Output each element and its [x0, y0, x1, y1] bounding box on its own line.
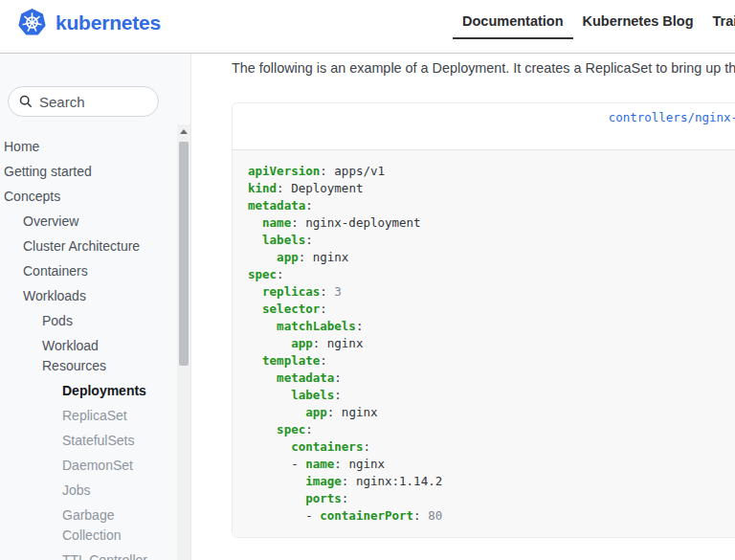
- yaml-line: replicas: 3: [248, 283, 735, 301]
- yaml-line: matchLabels:: [248, 318, 735, 335]
- search-input[interactable]: Search: [8, 86, 159, 117]
- kubernetes-logo-icon: [17, 8, 47, 37]
- code-file-link[interactable]: controllers/nginx-deployment.yaml: [609, 110, 735, 124]
- sidebar-item-ttl-controller[interactable]: TTL Controller: [0, 550, 163, 560]
- topnav-training[interactable]: Training: [703, 0, 735, 39]
- code-sample-header: controllers/nginx-deployment.yaml: [233, 103, 735, 149]
- yaml-line: labels:: [248, 232, 735, 249]
- main-content: The following is an example of a Deploym…: [192, 54, 735, 560]
- yaml-line: name: nginx-deployment: [248, 214, 735, 232]
- sidebar-item-getting-started[interactable]: Getting started: [0, 162, 163, 182]
- yaml-line: - containerPort: 80: [248, 507, 735, 525]
- yaml-line: spec:: [248, 266, 735, 283]
- search-icon: [19, 95, 33, 108]
- topnav-documentation[interactable]: Documentation: [453, 0, 573, 39]
- sidebar-item-home[interactable]: Home: [0, 137, 163, 157]
- sidebar-item-cluster-architecture[interactable]: Cluster Architecture: [0, 236, 163, 257]
- scrollbar-thumb[interactable]: [179, 142, 189, 366]
- yaml-line: - name: nginx: [248, 456, 735, 473]
- yaml-line: selector:: [248, 301, 735, 318]
- sidebar-item-containers[interactable]: Containers: [0, 261, 163, 281]
- scrollbar-up-button[interactable]: [177, 124, 190, 139]
- sidebar-item-garbage-collection[interactable]: Garbage Collection: [0, 505, 163, 546]
- yaml-line: app: nginx: [248, 335, 735, 352]
- sidebar-item-replicaset[interactable]: ReplicaSet: [0, 406, 163, 426]
- yaml-code: apiVersion: apps/v1kind: Deploymentmetad…: [233, 149, 735, 537]
- topnav-kubernetes-blog[interactable]: Kubernetes Blog: [573, 0, 703, 39]
- logo-text: kubernetes: [56, 11, 161, 34]
- sidebar-item-overview[interactable]: Overview: [0, 212, 163, 232]
- yaml-line: containers:: [248, 438, 735, 456]
- yaml-line: ports:: [248, 490, 735, 507]
- site-header: kubernetes DocumentationKubernetes BlogT…: [0, 0, 735, 54]
- page: kubernetes DocumentationKubernetes BlogT…: [0, 0, 735, 560]
- sidebar-item-jobs[interactable]: Jobs: [0, 481, 163, 501]
- yaml-line: labels:: [248, 387, 735, 404]
- intro-paragraph: The following is an example of a Deploym…: [232, 58, 735, 78]
- sidebar-item-workload-resources[interactable]: Workload Resources: [0, 336, 163, 376]
- sidebar: Search HomeGetting startedConceptsOvervi…: [0, 54, 191, 560]
- yaml-line: image: nginx:1.14.2: [248, 473, 735, 490]
- kubernetes-logo[interactable]: kubernetes: [17, 8, 161, 37]
- sidebar-nav: HomeGetting startedConceptsOverviewClust…: [0, 124, 163, 560]
- yaml-line: app: nginx: [248, 249, 735, 266]
- sidebar-item-daemonset[interactable]: DaemonSet: [0, 456, 163, 476]
- sidebar-item-deployments[interactable]: Deployments: [0, 381, 163, 401]
- yaml-line: kind: Deployment: [248, 180, 735, 197]
- search-placeholder: Search: [39, 94, 85, 110]
- sidebar-item-statefulsets[interactable]: StatefulSets: [0, 431, 163, 451]
- sidebar-item-pods[interactable]: Pods: [0, 311, 163, 331]
- yaml-line: apiVersion: apps/v1: [248, 163, 735, 180]
- sidebar-item-workloads[interactable]: Workloads: [0, 286, 163, 306]
- sidebar-item-concepts[interactable]: Concepts: [0, 187, 163, 207]
- code-sample-block: controllers/nginx-deployment.yaml apiVer…: [232, 102, 735, 538]
- yaml-line: metadata:: [248, 370, 735, 387]
- yaml-line: app: nginx: [248, 404, 735, 421]
- yaml-line: spec:: [248, 421, 735, 438]
- sidebar-scrollbar[interactable]: [177, 124, 190, 560]
- top-navigation: DocumentationKubernetes BlogTraining: [453, 0, 735, 39]
- yaml-line: template:: [248, 352, 735, 370]
- up-arrow-icon: [180, 129, 188, 134]
- yaml-line: metadata:: [248, 197, 735, 214]
